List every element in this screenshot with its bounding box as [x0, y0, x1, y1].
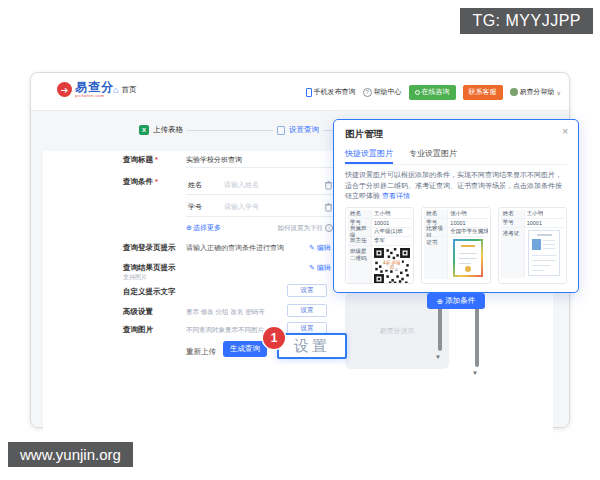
- headset-icon: [415, 90, 420, 95]
- cell-label: 所属班级: [348, 228, 372, 236]
- query-image-desc: 不同查询对象显示不同图片: [186, 326, 264, 335]
- ticket-row: 准考证: [501, 228, 564, 278]
- cell-value: 全国中学生毽球大赛: [448, 228, 487, 235]
- down-arrow-icon: ▼: [472, 370, 478, 376]
- step-upload-label: 上传表格: [153, 125, 183, 135]
- menu-help-center[interactable]: ? 帮助中心: [363, 87, 402, 97]
- step-setup-label: 设置查询: [289, 125, 319, 135]
- qr-row: 班级群二维码: [348, 246, 411, 284]
- reupload-button[interactable]: 重新上传: [186, 347, 216, 357]
- nav-home-label: 首页: [121, 85, 136, 95]
- example-card-ticket: 姓名王小明 学号10001 准考证: [498, 207, 567, 284]
- plus-circle-icon: ⊕: [186, 224, 192, 232]
- login-tip-label: 查询登录页提示: [123, 243, 176, 253]
- excel-icon: X: [139, 125, 149, 135]
- header-menu: 手机发布查询 ? 帮助中心 在线咨询 联系客服 易查分帮助 ∨: [306, 73, 561, 111]
- qr-center-label: 1班 班级群: [382, 260, 402, 271]
- help-dropdown[interactable]: 易查分帮助 ∨: [510, 87, 561, 97]
- cell-value: 六年级(1)班: [372, 228, 403, 235]
- condition-row-id: 学号: [186, 197, 333, 217]
- condition-row-name: 姓名: [186, 175, 333, 195]
- select-more-link[interactable]: ⊕ 选择更多: [186, 223, 221, 233]
- modal-tabs: 快捷设置图片 专业设置图片: [345, 148, 567, 165]
- certificate-row: 证书: [424, 237, 487, 279]
- student-id-input[interactable]: [224, 203, 324, 210]
- site-watermark: www.yunjin.org: [8, 442, 133, 467]
- edit-result-tip-link[interactable]: ✎ 编辑: [309, 263, 331, 273]
- login-tip-value: 请输入正确的查询条件进行查询: [186, 243, 284, 253]
- qr-code-image: 1班 班级群: [374, 248, 410, 284]
- advanced-settings-label: 高级设置: [123, 307, 153, 317]
- contact-service-label: 联系客服: [469, 88, 497, 95]
- phone-icon: [306, 88, 312, 97]
- cell-label: 班主任: [348, 237, 372, 245]
- tab-quick-setup[interactable]: 快捷设置图片: [345, 148, 393, 164]
- cell-label: 班级群二维码: [348, 246, 372, 284]
- cell-label: 准考证: [501, 228, 525, 278]
- menu-mobile-label: 手机发布查询: [314, 87, 356, 97]
- modal-footer: ⊕ 添加条件: [345, 290, 567, 310]
- cell-value: 王小明: [525, 210, 544, 217]
- home-icon: ⌂: [113, 86, 118, 95]
- custom-text-setting-button[interactable]: 设置: [287, 284, 327, 297]
- app-header: ➔ 易查分 yichafen.com ⌂ 首页 手机发布查询 ? 帮助中心: [31, 73, 569, 111]
- cell-value: 张小明: [448, 210, 467, 217]
- menu-help-label: 帮助中心: [374, 87, 402, 97]
- advanced-setting-button[interactable]: 设置: [287, 304, 327, 317]
- preview-placeholder-text: 易查分演示: [380, 326, 415, 336]
- cell-value: 10001: [448, 220, 465, 226]
- name-input[interactable]: [224, 181, 324, 188]
- select-more-label: 选择更多: [193, 223, 221, 233]
- generate-query-button[interactable]: 生成查询: [223, 341, 267, 357]
- query-title-label: 查询标题 *: [123, 155, 158, 165]
- example-cards: 姓名王小明 学号10001 所属班级六年级(1)班 班主任李军 班级群二维码: [345, 207, 567, 284]
- trash-icon[interactable]: [324, 180, 333, 190]
- field-name-label: 姓名: [186, 180, 224, 190]
- query-title-value[interactable]: 实验学校分班查询: [186, 155, 242, 165]
- document-icon: [277, 126, 285, 135]
- help-dropdown-label: 易查分帮助: [520, 87, 555, 97]
- example-card-qr: 姓名王小明 学号10001 所属班级六年级(1)班 班主任李军 班级群二维码: [345, 207, 414, 284]
- dropdown-hint-label: 如何设置为下拉: [278, 224, 324, 233]
- cell-value: 10001: [525, 220, 542, 226]
- edit-label: 编辑: [317, 244, 331, 251]
- nav-home[interactable]: ⌂ 首页: [113, 85, 136, 95]
- required-mark: *: [155, 155, 158, 164]
- tg-badge: TG: MYYJJPP: [460, 8, 593, 34]
- menu-mobile-publish[interactable]: 手机发布查询: [306, 87, 356, 97]
- screenshot-root: TG: MYYJJPP www.yunjin.org ➔ 易查分 yichafe…: [0, 0, 600, 480]
- title-underline: [186, 167, 333, 168]
- query-condition-label: 查询条件 *: [123, 177, 158, 187]
- field-id-label: 学号: [186, 202, 224, 212]
- logo-icon: ➔: [57, 82, 72, 97]
- cell-value: 王小明: [372, 210, 391, 217]
- app-window: ➔ 易查分 yichafen.com ⌂ 首页 手机发布查询 ? 帮助中心: [30, 72, 570, 428]
- cell-label: 比赛项目: [424, 228, 448, 236]
- pencil-icon: ✎: [309, 264, 315, 271]
- cell-label: 学号: [501, 219, 525, 227]
- chevron-down-icon: ∨: [557, 89, 561, 96]
- contact-service-button[interactable]: 联系客服: [463, 85, 503, 100]
- cell-label: 证书: [424, 237, 448, 279]
- tab-pro-setup[interactable]: 专业设置图片: [409, 148, 457, 164]
- stepper: X 上传表格 设置查询: [139, 125, 345, 135]
- info-icon: i: [325, 224, 333, 232]
- step-badge-1: 1: [263, 327, 285, 349]
- cell-value: 10001: [372, 220, 389, 226]
- help-icon: ?: [363, 88, 372, 97]
- cell-value: 李军: [372, 237, 385, 244]
- online-service-button[interactable]: 在线咨询: [409, 85, 456, 100]
- custom-text-label: 自定义提示文字: [123, 287, 176, 297]
- add-condition-button[interactable]: ⊕ 添加条件: [427, 293, 485, 309]
- edit-label: 编辑: [317, 264, 331, 271]
- view-detail-link[interactable]: 查看详情: [382, 192, 410, 199]
- setting-zoom-callout[interactable]: 设置: [277, 333, 347, 359]
- condition-footer: ⊕ 选择更多 如何设置为下拉 i: [186, 223, 333, 233]
- trash-icon[interactable]: [324, 202, 333, 212]
- dropdown-hint[interactable]: 如何设置为下拉 i: [278, 224, 334, 233]
- edit-login-tip-link[interactable]: ✎ 编辑: [309, 243, 331, 253]
- pencil-icon: ✎: [309, 244, 315, 251]
- close-icon[interactable]: ×: [562, 126, 568, 137]
- online-service-label: 在线咨询: [422, 87, 450, 97]
- plus-circle-icon: ⊕: [437, 297, 443, 306]
